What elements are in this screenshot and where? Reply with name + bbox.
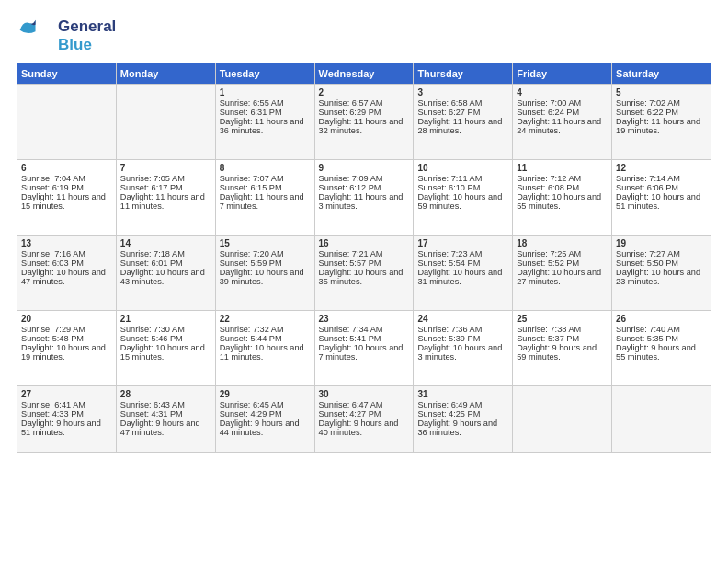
day-info: Sunrise: 7:11 AM bbox=[417, 174, 508, 183]
day-number: 21 bbox=[120, 314, 211, 324]
calendar-header-row: SundayMondayTuesdayWednesdayThursdayFrid… bbox=[17, 63, 711, 85]
day-info: Sunset: 5:37 PM bbox=[517, 334, 608, 343]
day-info: Daylight: 10 hours and 15 minutes. bbox=[120, 343, 211, 362]
calendar-cell: 31Sunrise: 6:49 AMSunset: 4:25 PMDayligh… bbox=[414, 386, 513, 453]
calendar-week-1: 1Sunrise: 6:55 AMSunset: 6:31 PMDaylight… bbox=[17, 85, 711, 160]
day-info: Sunrise: 7:21 AM bbox=[319, 249, 410, 259]
day-number: 5 bbox=[616, 87, 707, 98]
calendar-cell: 23Sunrise: 7:34 AMSunset: 5:41 PMDayligh… bbox=[314, 311, 414, 386]
day-info: Daylight: 11 hours and 15 minutes. bbox=[21, 192, 112, 211]
day-info: Sunrise: 6:57 AM bbox=[319, 98, 410, 108]
day-info: Sunrise: 7:14 AM bbox=[616, 174, 707, 183]
day-header-friday: Friday bbox=[513, 63, 612, 85]
day-number: 29 bbox=[220, 389, 311, 399]
day-info: Sunset: 5:48 PM bbox=[21, 334, 112, 343]
logo-blue: Blue bbox=[58, 36, 116, 54]
calendar-week-3: 13Sunrise: 7:16 AMSunset: 6:03 PMDayligh… bbox=[17, 236, 711, 311]
day-info: Daylight: 11 hours and 32 minutes. bbox=[319, 117, 410, 135]
header: General Blue bbox=[17, 17, 711, 55]
calendar-cell: 25Sunrise: 7:38 AMSunset: 5:37 PMDayligh… bbox=[513, 311, 612, 386]
day-info: Sunrise: 6:41 AM bbox=[21, 400, 112, 409]
day-info: Sunset: 6:27 PM bbox=[417, 108, 508, 117]
day-info: Daylight: 10 hours and 59 minutes. bbox=[417, 192, 508, 211]
day-info: Sunrise: 7:29 AM bbox=[21, 325, 112, 334]
day-info: Sunrise: 7:20 AM bbox=[220, 249, 311, 259]
calendar-cell: 1Sunrise: 6:55 AMSunset: 6:31 PMDaylight… bbox=[215, 85, 314, 160]
day-header-wednesday: Wednesday bbox=[314, 63, 414, 85]
day-number: 6 bbox=[21, 163, 112, 173]
day-info: Daylight: 10 hours and 27 minutes. bbox=[517, 268, 608, 286]
day-info: Sunset: 5:39 PM bbox=[417, 334, 508, 343]
day-header-tuesday: Tuesday bbox=[215, 63, 314, 85]
calendar-cell: 22Sunrise: 7:32 AMSunset: 5:44 PMDayligh… bbox=[215, 311, 314, 386]
day-info: Daylight: 10 hours and 43 minutes. bbox=[120, 268, 211, 286]
day-info: Daylight: 9 hours and 55 minutes. bbox=[616, 343, 707, 362]
day-info: Daylight: 10 hours and 55 minutes. bbox=[517, 192, 608, 211]
day-number: 25 bbox=[517, 314, 608, 324]
day-info: Sunset: 6:22 PM bbox=[616, 108, 707, 117]
day-number: 18 bbox=[517, 238, 608, 248]
day-number: 22 bbox=[220, 314, 311, 324]
day-number: 31 bbox=[417, 389, 508, 399]
day-info: Sunrise: 6:49 AM bbox=[417, 400, 508, 409]
day-info: Sunset: 6:31 PM bbox=[220, 108, 311, 117]
calendar-cell: 2Sunrise: 6:57 AMSunset: 6:29 PMDaylight… bbox=[314, 85, 414, 160]
day-info: Sunrise: 7:02 AM bbox=[616, 98, 707, 108]
day-info: Sunset: 6:17 PM bbox=[120, 183, 211, 192]
calendar-cell: 17Sunrise: 7:23 AMSunset: 5:54 PMDayligh… bbox=[414, 236, 513, 311]
day-number: 8 bbox=[220, 163, 311, 173]
day-info: Sunrise: 7:00 AM bbox=[517, 98, 608, 108]
day-info: Daylight: 10 hours and 7 minutes. bbox=[319, 343, 410, 362]
day-info: Daylight: 11 hours and 24 minutes. bbox=[517, 117, 608, 135]
calendar-cell: 8Sunrise: 7:07 AMSunset: 6:15 PMDaylight… bbox=[215, 160, 314, 236]
day-info: Daylight: 10 hours and 39 minutes. bbox=[220, 268, 311, 286]
calendar-cell: 10Sunrise: 7:11 AMSunset: 6:10 PMDayligh… bbox=[414, 160, 513, 236]
day-info: Sunset: 4:29 PM bbox=[220, 409, 311, 419]
logo-icon bbox=[17, 17, 37, 37]
day-info: Sunrise: 7:16 AM bbox=[21, 249, 112, 259]
day-info: Daylight: 10 hours and 3 minutes. bbox=[417, 343, 508, 362]
day-number: 15 bbox=[220, 238, 311, 248]
svg-rect-0 bbox=[17, 37, 55, 75]
day-info: Daylight: 10 hours and 31 minutes. bbox=[417, 268, 508, 286]
day-info: Sunset: 6:29 PM bbox=[319, 108, 410, 117]
calendar-week-2: 6Sunrise: 7:04 AMSunset: 6:19 PMDaylight… bbox=[17, 160, 711, 236]
day-number: 16 bbox=[319, 238, 410, 248]
day-info: Sunset: 5:35 PM bbox=[616, 334, 707, 343]
logo-general: General bbox=[58, 17, 116, 36]
calendar-cell: 27Sunrise: 6:41 AMSunset: 4:33 PMDayligh… bbox=[17, 386, 117, 453]
day-number: 26 bbox=[616, 314, 707, 324]
calendar-cell: 12Sunrise: 7:14 AMSunset: 6:06 PMDayligh… bbox=[612, 160, 711, 236]
day-info: Sunset: 6:24 PM bbox=[517, 108, 608, 117]
day-number: 17 bbox=[417, 238, 508, 248]
day-info: Sunrise: 7:09 AM bbox=[319, 174, 410, 183]
day-info: Sunset: 6:03 PM bbox=[21, 259, 112, 268]
day-info: Daylight: 10 hours and 47 minutes. bbox=[21, 268, 112, 286]
calendar-cell: 5Sunrise: 7:02 AMSunset: 6:22 PMDaylight… bbox=[612, 85, 711, 160]
day-info: Daylight: 9 hours and 36 minutes. bbox=[417, 419, 508, 437]
day-info: Daylight: 9 hours and 59 minutes. bbox=[517, 343, 608, 362]
day-number: 2 bbox=[319, 87, 410, 98]
day-info: Sunset: 5:50 PM bbox=[616, 259, 707, 268]
calendar-cell: 28Sunrise: 6:43 AMSunset: 4:31 PMDayligh… bbox=[116, 386, 215, 453]
day-info: Sunrise: 7:07 AM bbox=[220, 174, 311, 183]
calendar-cell: 11Sunrise: 7:12 AMSunset: 6:08 PMDayligh… bbox=[513, 160, 612, 236]
calendar-cell bbox=[17, 85, 117, 160]
day-info: Sunset: 5:57 PM bbox=[319, 259, 410, 268]
calendar-cell: 30Sunrise: 6:47 AMSunset: 4:27 PMDayligh… bbox=[314, 386, 414, 453]
day-info: Daylight: 10 hours and 51 minutes. bbox=[616, 192, 707, 211]
day-number: 27 bbox=[21, 389, 112, 399]
day-info: Sunset: 5:41 PM bbox=[319, 334, 410, 343]
calendar-cell bbox=[116, 85, 215, 160]
day-info: Sunrise: 7:27 AM bbox=[616, 249, 707, 259]
calendar-cell: 14Sunrise: 7:18 AMSunset: 6:01 PMDayligh… bbox=[116, 236, 215, 311]
day-info: Daylight: 10 hours and 11 minutes. bbox=[220, 343, 311, 362]
day-info: Sunrise: 7:23 AM bbox=[417, 249, 508, 259]
calendar-cell: 18Sunrise: 7:25 AMSunset: 5:52 PMDayligh… bbox=[513, 236, 612, 311]
day-info: Sunset: 4:33 PM bbox=[21, 409, 112, 419]
day-info: Sunrise: 6:55 AM bbox=[220, 98, 311, 108]
day-number: 7 bbox=[120, 163, 211, 173]
calendar-cell: 15Sunrise: 7:20 AMSunset: 5:59 PMDayligh… bbox=[215, 236, 314, 311]
calendar-cell: 4Sunrise: 7:00 AMSunset: 6:24 PMDaylight… bbox=[513, 85, 612, 160]
day-info: Sunset: 5:59 PM bbox=[220, 259, 311, 268]
